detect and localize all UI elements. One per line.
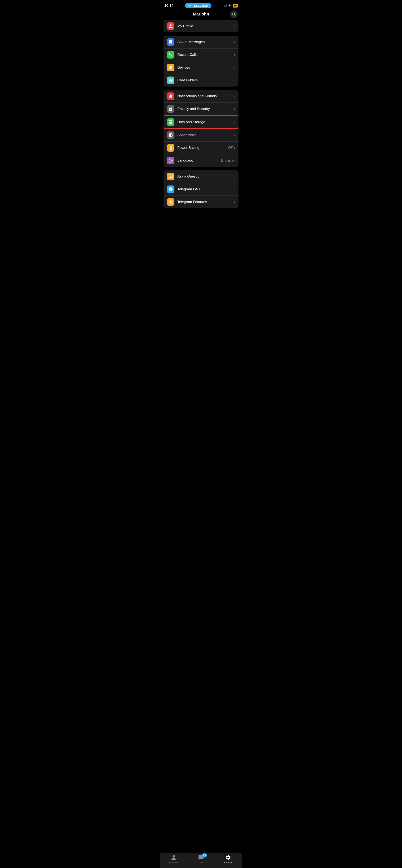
telegram-faq-chevron: › — [234, 187, 235, 191]
svg-rect-4 — [169, 79, 173, 80]
devices-label: Devices — [177, 65, 231, 70]
devices-item[interactable]: Devices 4 › — [164, 61, 238, 74]
my-profile-icon — [167, 22, 174, 30]
devices-value: 4 — [231, 65, 233, 70]
saved-messages-icon — [167, 38, 174, 46]
notifications-icon — [167, 92, 174, 100]
my-profile-label: My Profile — [177, 24, 234, 28]
my-profile-chevron: › — [234, 24, 235, 28]
status-center: TELEGRAM — [185, 3, 211, 8]
svg-point-7 — [169, 120, 173, 122]
page-title: Marjohn — [193, 12, 209, 17]
language-value: English — [221, 158, 233, 163]
ask-question-label: Ask a Question — [177, 175, 234, 179]
telegram-faq-icon — [167, 185, 174, 193]
svg-rect-3 — [169, 66, 170, 69]
status-bar: 10:24 TELEGRAM 39 — [160, 0, 242, 10]
notifications-chevron: › — [234, 94, 235, 98]
section-profile: My Profile › — [164, 20, 238, 32]
my-profile-item[interactable]: My Profile › — [164, 20, 238, 32]
svg-point-10 — [171, 176, 172, 177]
telegram-badge: TELEGRAM — [185, 3, 211, 8]
saved-messages-chevron: › — [234, 40, 235, 44]
language-item[interactable]: Language English › — [164, 154, 238, 167]
chat-folders-chevron: › — [234, 79, 235, 82]
recent-calls-chevron: › — [234, 53, 235, 57]
appearance-label: Appearance — [177, 133, 234, 137]
language-icon — [167, 157, 174, 164]
power-saving-item[interactable]: Power Saving Off › — [164, 142, 238, 154]
power-saving-chevron: › — [234, 146, 235, 150]
settings-content: My Profile › Saved Messages › Recent Cal… — [160, 20, 242, 228]
status-time: 10:24 — [164, 4, 173, 8]
telegram-features-chevron: › — [234, 200, 235, 204]
appearance-item[interactable]: Appearance › — [164, 129, 238, 142]
chat-folders-item[interactable]: Chat Folders › — [164, 74, 238, 87]
privacy-item[interactable]: Privacy and Security › — [164, 103, 238, 116]
ask-question-chevron: › — [234, 175, 235, 178]
signal-icon — [223, 4, 227, 7]
telegram-faq-item[interactable]: Telegram FAQ › — [164, 183, 238, 196]
telegram-icon — [188, 4, 191, 7]
status-right: 39 — [223, 4, 238, 7]
svg-point-8 — [170, 176, 171, 177]
recent-calls-item[interactable]: Recent Calls › — [164, 49, 238, 61]
ask-question-item[interactable]: Ask a Question › — [164, 170, 238, 183]
svg-rect-6 — [169, 81, 173, 82]
recent-calls-label: Recent Calls — [177, 53, 234, 57]
telegram-faq-label: Telegram FAQ — [177, 187, 234, 191]
language-label: Language — [177, 158, 221, 163]
devices-icon — [167, 64, 174, 71]
data-storage-chevron: › — [234, 120, 235, 124]
data-storage-item[interactable]: Data and Storage › — [164, 116, 238, 129]
privacy-chevron: › — [234, 107, 235, 111]
svg-rect-5 — [169, 80, 173, 81]
notifications-label: Notifications and Sounds — [177, 94, 234, 98]
power-saving-icon — [167, 144, 174, 152]
header: Marjohn — [160, 10, 242, 20]
wifi-icon — [228, 4, 232, 7]
section-help: Ask a Question › Telegram FAQ › Telegram… — [164, 170, 238, 208]
telegram-features-item[interactable]: Telegram Features › — [164, 196, 238, 208]
telegram-features-icon — [167, 198, 174, 206]
telegram-features-label: Telegram Features — [177, 200, 234, 204]
data-storage-icon — [167, 118, 174, 126]
data-storage-label: Data and Storage — [177, 120, 234, 124]
power-saving-label: Power Saving — [177, 146, 228, 150]
section-settings: Notifications and Sounds › Privacy and S… — [164, 90, 238, 167]
power-saving-value: Off — [228, 146, 233, 150]
chat-folders-icon — [167, 76, 174, 84]
section-quick-access: Saved Messages › Recent Calls › Devices … — [164, 36, 238, 87]
svg-line-1 — [234, 15, 235, 16]
appearance-icon — [167, 131, 174, 139]
language-chevron: › — [234, 159, 235, 162]
telegram-label: TELEGRAM — [193, 4, 208, 7]
privacy-icon — [167, 105, 174, 113]
devices-chevron: › — [234, 66, 235, 69]
svg-point-9 — [170, 176, 170, 177]
recent-calls-icon — [167, 51, 174, 59]
appearance-chevron: › — [234, 133, 235, 137]
notifications-item[interactable]: Notifications and Sounds › — [164, 90, 238, 103]
chat-folders-label: Chat Folders — [177, 78, 234, 83]
privacy-label: Privacy and Security — [177, 107, 234, 111]
saved-messages-item[interactable]: Saved Messages › — [164, 36, 238, 49]
saved-messages-label: Saved Messages — [177, 40, 234, 44]
search-icon — [232, 12, 236, 16]
battery-badge: 39 — [233, 4, 238, 7]
ask-question-icon — [167, 173, 174, 180]
search-button[interactable] — [230, 10, 238, 18]
